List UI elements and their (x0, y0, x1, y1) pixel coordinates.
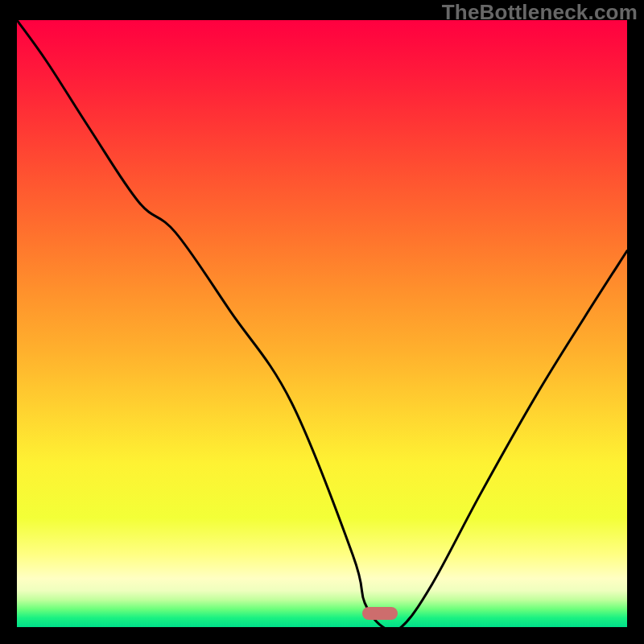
gradient-background (17, 20, 627, 627)
chart-svg (17, 20, 627, 627)
optimal-marker (362, 607, 398, 620)
chart-frame: TheBottleneck.com (0, 0, 644, 644)
plot-area (17, 20, 627, 627)
watermark-text: TheBottleneck.com (442, 0, 638, 25)
